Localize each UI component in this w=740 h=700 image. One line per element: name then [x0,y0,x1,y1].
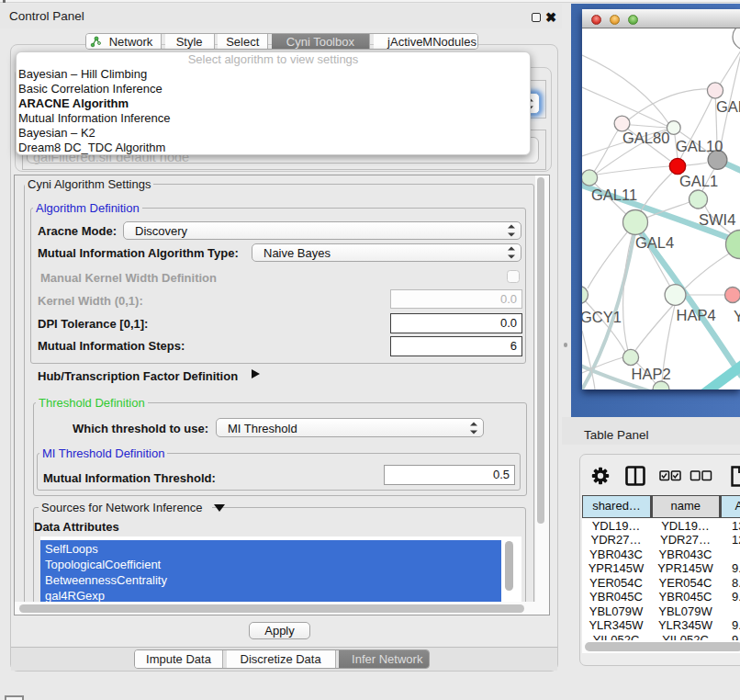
svg-text:GAL4: GAL4 [635,234,674,251]
svg-text:Y: Y [734,308,740,324]
svg-text:SWI4: SWI4 [699,211,735,228]
svg-text:HAP4: HAP4 [677,307,716,323]
svg-text:GCY1: GCY1 [582,309,622,325]
svg-text:GAL11: GAL11 [591,186,637,203]
svg-text:GAL1: GAL1 [679,173,718,189]
svg-text:GAL80: GAL80 [622,130,669,146]
svg-text:GAL10: GAL10 [676,138,723,154]
svg-text:HAP2: HAP2 [632,366,671,382]
svg-text:GAL7: GAL7 [716,98,740,115]
